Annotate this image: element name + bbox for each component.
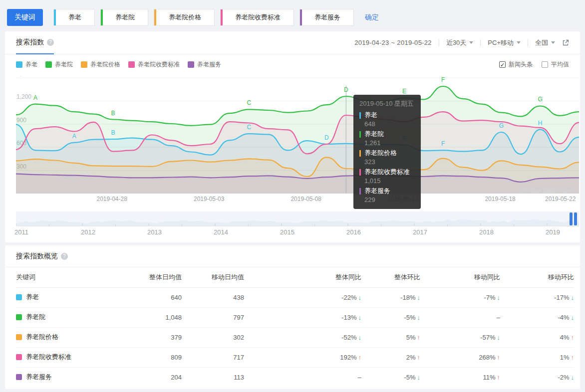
device-dropdown[interactable]: PC+移动 [488,38,521,47]
legend-item[interactable]: 养老院价格 [81,60,120,69]
tooltip-keyword: 养老院价格 [364,149,397,158]
tooltip-color-bar [359,131,361,138]
column-header: 移动同比 [420,267,500,287]
keyword-chips: 养老养老院养老院价格养老院收费标准养老服务 [48,9,354,26]
table-row: 养老院1,048797-13%↓-5%↓–-4%↓ [16,307,574,327]
tooltip-entries: 养老648养老院1,261养老院价格323养老院收费标准1,015养老服务229 [359,111,415,204]
keyword-button[interactable]: 关键词 [7,9,43,26]
tooltip-entry-name: 养老院价格 [359,149,415,158]
keyword-chip[interactable]: 养老 [53,9,95,26]
trend-value: 2% [406,354,416,361]
confirm-link[interactable]: 确定 [365,13,379,22]
checkbox-news-headlines[interactable]: ✓ 新闻头条 [499,60,533,69]
timeline-years: 201120122013201420152016201720182019 [16,226,579,236]
x-axis-label: 2019-05-03 [194,196,224,202]
scrubber-handle-left[interactable] [570,212,573,225]
overall-yoy-cell: -52%↓ [244,327,361,347]
help-icon[interactable]: ? [47,39,54,46]
tooltip-value: 648 [359,120,415,128]
legend-item[interactable]: 养老院收费标准 [128,60,180,69]
region-dropdown[interactable]: 全国 [535,38,555,47]
x-axis-label: 2019-04-28 [96,196,127,202]
x-axis-labels: 2019-04-282019-05-032019-05-082019-05-13… [16,196,579,204]
overview-header: 搜索指数概览 ? [5,245,580,267]
legend-swatch [16,61,22,68]
timeline-scrubber[interactable] [16,211,579,226]
range-dropdown[interactable]: 近30天 [446,38,473,47]
news-marker-C[interactable]: C [247,124,251,131]
keyword-chip-label: 养老服务 [314,13,340,22]
legend-swatch [81,61,87,68]
watermark: @index.baidu.com [519,187,573,194]
keyword-swatch [16,334,22,340]
trend-value: -18% [400,294,415,301]
timeline-year: 2014 [214,228,228,236]
overview-table: 关键词整体日均值移动日均值整体同比整体环比移动同比移动环比 养老640438-2… [16,267,574,387]
tooltip-value: 229 [359,196,415,204]
legend-label: 养老 [25,60,37,69]
x-axis-label: 2019-05-18 [485,196,515,202]
timeline-year: 2013 [147,228,162,236]
mobile-yoy-cell: – [420,307,500,327]
column-header: 关键词 [16,267,127,287]
news-marker-D[interactable]: D [324,134,329,141]
tooltip-entry: 养老院收费标准1,015 [359,168,415,185]
news-marker-B[interactable]: B [111,129,115,136]
legend-item[interactable]: 养老院 [45,60,73,69]
overall-avg-cell: 809 [127,347,182,367]
overall-yoy-cell: – [244,367,361,387]
trend-value: -52% [341,334,356,341]
help-icon[interactable]: ? [61,253,68,260]
trend-value: 11% [483,374,495,381]
keyword-color-bar [54,9,56,25]
chart-tooltip: 2019-05-10 星期五 养老648养老院1,261养老院价格323养老院收… [353,95,421,209]
chart-canvas: 3006009001,2001,500ABCDEFGHABCDEFG [16,76,579,196]
tooltip-keyword: 养老院收费标准 [364,168,410,177]
keyword-wrap: 养老院 [16,313,127,322]
news-marker-F[interactable]: F [441,140,445,147]
news-marker-F[interactable]: F [441,76,445,83]
tab-search-index[interactable]: 搜索指数 ? [16,31,54,54]
export-icon[interactable] [562,39,569,46]
overall-yoy-cell: -13%↓ [244,307,361,327]
tooltip-color-bar [359,169,361,176]
chart-options: ✓ 新闻头条 平均值 [490,60,569,69]
legend-item[interactable]: 养老服务 [188,60,221,69]
checkbox-average[interactable]: 平均值 [542,60,569,69]
mobile-mom-cell: -4%↓ [500,307,574,327]
tooltip-value: 1,015 [359,177,415,185]
news-marker-D[interactable]: D [344,86,348,93]
keyword-swatch [16,374,22,380]
mobile-mom-cell: 4%↑ [500,327,574,347]
keyword-chip[interactable]: 养老服务 [299,9,354,26]
keyword-wrap: 养老院价格 [16,333,127,342]
keyword-name: 养老 [26,293,39,302]
arrow-up-icon: ↑ [571,354,575,361]
news-marker-G[interactable]: G [499,122,504,129]
news-marker-C[interactable]: C [247,99,251,106]
tooltip-entry-name: 养老 [359,111,415,120]
arrow-down-icon: ↓ [497,334,501,341]
keyword-wrap: 养老院收费标准 [16,353,127,362]
keyword-chip[interactable]: 养老院 [100,9,148,26]
news-marker-A[interactable]: A [72,133,76,140]
news-marker-A[interactable]: A [33,94,37,101]
scrubber-handle-right[interactable] [574,212,577,225]
svg-text:1,200: 1,200 [16,93,31,100]
date-range[interactable]: 2019-04-23 ~ 2019-05-22 [354,39,432,46]
news-marker-B[interactable]: B [111,110,115,117]
tooltip-color-bar [359,150,361,157]
overall-avg-cell: 204 [127,367,182,387]
trend-value: -22% [341,294,356,301]
trend-chart[interactable]: 3006009001,2001,500ABCDEFGHABCDEFG @inde… [16,76,579,196]
news-marker-G[interactable]: G [538,96,543,103]
news-marker-H[interactable]: H [538,120,543,127]
divider [480,39,481,46]
news-marker-E[interactable]: E [402,88,406,95]
keyword-chip[interactable]: 养老院价格 [154,9,215,26]
overall-yoy-cell: 192%↑ [244,347,361,367]
overall-yoy-cell: -22%↓ [244,287,361,307]
legend-item[interactable]: 养老 [16,60,37,69]
tooltip-keyword: 养老服务 [364,187,390,196]
keyword-chip[interactable]: 养老院收费标准 [220,9,294,26]
